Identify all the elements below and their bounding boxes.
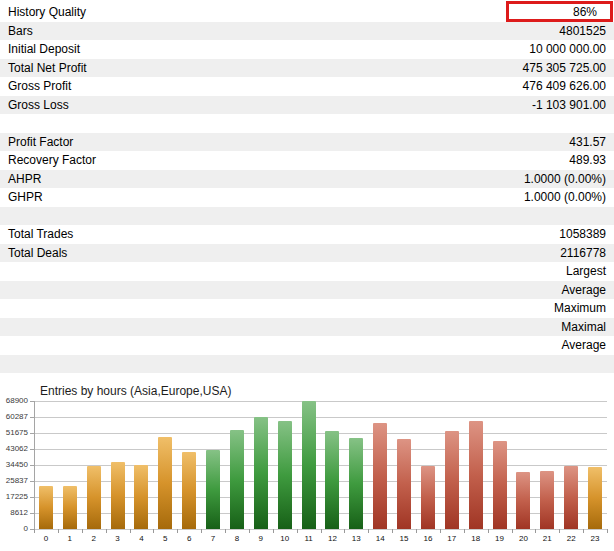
y-axis-label: 43062 (0, 444, 28, 454)
x-axis-label: 7 (201, 534, 225, 544)
row-label: History Quality (0, 5, 86, 19)
table-row-maximal: Maximal (0, 318, 614, 337)
bar-hour-12-europe (325, 431, 339, 529)
x-axis-label: 15 (392, 534, 416, 544)
x-axis-label: 14 (368, 534, 392, 544)
bar-hour-4-asia (134, 465, 148, 529)
x-axis-label: 0 (34, 534, 58, 544)
bar-hour-14-usa (373, 423, 387, 529)
row-value: Largest (8, 264, 614, 278)
gridline (34, 449, 607, 450)
x-axis-tick (321, 529, 322, 533)
bar-hour-5-asia (158, 437, 172, 529)
x-axis-tick (106, 529, 107, 533)
row-label: Total Trades (0, 227, 73, 241)
table-row-total-trades: Total Trades1058389 (0, 225, 614, 244)
row-label: Profit Factor (0, 135, 73, 149)
bar-hour-15-usa (397, 439, 411, 529)
x-axis-tick (273, 529, 274, 533)
table-row-ghpr: GHPR1.0000 (0.00%) (0, 188, 614, 207)
bar-hour-3-asia (111, 462, 125, 529)
row-label: Initial Deposit (0, 42, 80, 56)
x-axis-label: 9 (249, 534, 273, 544)
bar-hour-16-usa (421, 466, 435, 529)
bar-hour-21-usa (540, 471, 554, 529)
x-axis-label: 23 (583, 534, 607, 544)
bar-hour-6-asia (182, 452, 196, 529)
row-value: Maximum (8, 301, 614, 315)
x-axis-tick (488, 529, 489, 533)
row-label: Gross Profit (0, 79, 71, 93)
row-label: Total Net Profit (0, 61, 87, 75)
bar-hour-13-europe (349, 438, 363, 529)
x-axis-tick (440, 529, 441, 533)
row-value: 10 000 000.00 (80, 42, 614, 56)
entries-by-hours-chart: Entries by hours (Asia,Europe,USA) 08612… (0, 380, 614, 551)
bar-hour-7-europe (206, 450, 220, 529)
bar-hour-17-usa (445, 431, 459, 529)
x-axis-tick (153, 529, 154, 533)
table-row-total-net-profit: Total Net Profit475 305 725.00 (0, 59, 614, 78)
x-axis-tick (34, 529, 35, 533)
x-axis-label: 4 (130, 534, 154, 544)
x-axis-tick (416, 529, 417, 533)
x-axis-tick (130, 529, 131, 533)
y-axis-label: 25837 (0, 476, 28, 486)
table-row-largest: Largest (0, 262, 614, 281)
row-value: 1.0000 (0.00%) (43, 190, 614, 204)
y-axis-label: 68900 (0, 396, 28, 406)
x-axis-label: 22 (559, 534, 583, 544)
x-axis-label: 5 (153, 534, 177, 544)
row-value: 475 305 725.00 (87, 61, 614, 75)
row-value: -1 103 901.00 (69, 98, 614, 112)
x-axis-tick (512, 529, 513, 533)
row-value: 1.0000 (0.00%) (41, 172, 614, 186)
bar-hour-22-usa (564, 466, 578, 529)
table-row-total-deals: Total Deals2116778 (0, 244, 614, 263)
y-axis-label: 51675 (0, 428, 28, 438)
bar-hour-0-asia (39, 486, 53, 529)
table-row-maximum: Maximum (0, 299, 614, 318)
x-axis-label: 12 (321, 534, 345, 544)
row-label: Gross Loss (0, 98, 69, 112)
row-value: 489.93 (96, 153, 614, 167)
table-row-gross-profit: Gross Profit476 409 626.00 (0, 77, 614, 96)
bar-hour-18-usa (469, 421, 483, 529)
x-axis-label: 17 (440, 534, 464, 544)
table-row-initial-deposit: Initial Deposit10 000 000.00 (0, 40, 614, 59)
x-axis-label: 8 (225, 534, 249, 544)
x-axis-label: 21 (535, 534, 559, 544)
bar-hour-19-usa (493, 441, 507, 529)
bar-hour-2-asia (87, 466, 101, 529)
row-value: 2116778 (67, 246, 614, 260)
y-axis-label: 34450 (0, 460, 28, 470)
table-row-average: Average (0, 336, 614, 355)
x-axis-tick (82, 529, 83, 533)
row-value: 86% (86, 5, 614, 19)
table-row-history-quality: History Quality86% (0, 3, 614, 22)
table-row-blank (0, 207, 614, 226)
y-axis-label: 8612 (0, 508, 28, 518)
x-axis-tick (368, 529, 369, 533)
row-label: Bars (0, 24, 33, 38)
bar-hour-10-europe (278, 421, 292, 529)
bar-hour-1-asia (63, 486, 77, 529)
gridline (34, 433, 607, 434)
x-axis-label: 10 (273, 534, 297, 544)
x-axis-tick (297, 529, 298, 533)
x-axis-tick (583, 529, 584, 533)
x-axis-label: 19 (488, 534, 512, 544)
row-label: Recovery Factor (0, 153, 96, 167)
x-axis-tick (249, 529, 250, 533)
y-axis-label: 60287 (0, 412, 28, 422)
table-row-bars: Bars4801525 (0, 22, 614, 41)
table-row-average: Average (0, 281, 614, 300)
x-axis-tick (559, 529, 560, 533)
x-axis-tick (58, 529, 59, 533)
row-value: Average (8, 338, 614, 352)
x-axis-tick (392, 529, 393, 533)
bar-hour-20-usa (516, 472, 530, 529)
row-value: 4801525 (33, 24, 614, 38)
table-row-profit-factor: Profit Factor431.57 (0, 133, 614, 152)
row-label: Total Deals (0, 246, 67, 260)
